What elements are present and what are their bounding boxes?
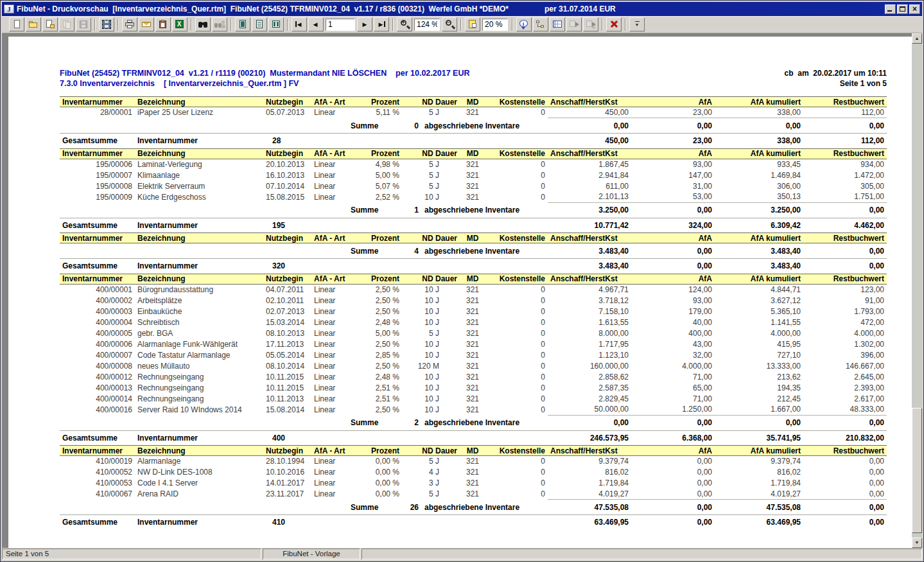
- column-header: MD: [460, 274, 485, 284]
- archive-button[interactable]: [99, 17, 114, 31]
- cell: Alarmanlage Funk-Wählgerät: [135, 338, 263, 349]
- info-icon: [519, 19, 530, 30]
- cell: 338,00: [715, 107, 803, 118]
- cell: 32,00: [631, 349, 715, 360]
- zoom-level-input[interactable]: [414, 19, 440, 31]
- cell: 10 J: [402, 284, 460, 295]
- scroll-up-button[interactable]: ▲: [912, 33, 922, 44]
- new-document-button[interactable]: [9, 17, 24, 31]
- next-page-button[interactable]: [357, 17, 372, 31]
- cell: 321: [460, 295, 485, 306]
- cell: 4.019,27: [715, 489, 803, 500]
- window-close-button[interactable]: ×: [909, 4, 920, 14]
- cell: Linear: [311, 191, 355, 202]
- cell: 400/00004: [60, 317, 135, 328]
- page-number-input[interactable]: [326, 19, 355, 31]
- open-button[interactable]: [26, 17, 41, 31]
- summe-amount: 0,00: [803, 202, 887, 216]
- inventory-row: 410/00053Code I 4.1 Server14.01.2017Line…: [60, 478, 887, 489]
- scroll-down-button[interactable]: ▼: [912, 538, 922, 548]
- toolbar-options-button[interactable]: [629, 17, 645, 31]
- summe-row: Summe0abgeschriebene Inventare0,000,000,…: [60, 118, 887, 132]
- cell: 2.617,00: [803, 393, 887, 404]
- report-grid-button[interactable]: [550, 17, 565, 31]
- cell: 306,00: [715, 180, 803, 191]
- new-doc-icon: [12, 19, 22, 30]
- column-header: Restbuchwert: [803, 233, 887, 243]
- zoom-out-button[interactable]: [442, 17, 457, 31]
- cell: 1.793,00: [803, 306, 887, 317]
- cell: 10 J: [402, 393, 460, 404]
- view-whole-page-button[interactable]: [235, 17, 250, 31]
- close-preview-button[interactable]: [606, 17, 622, 31]
- statusbar: Seite 1 von 5 FibuNet - Vorlage: [2, 548, 922, 560]
- cell: 1.250,00: [631, 404, 715, 415]
- vertical-scrollbar[interactable]: ▲ ▼: [912, 33, 922, 548]
- inventory-row: 195/00006Laminat-Verlegung20.10.2013Line…: [60, 159, 887, 170]
- cell: 0: [485, 107, 548, 118]
- column-header: Nutzbegin: [263, 233, 311, 243]
- cell: 2,52 %: [355, 191, 402, 202]
- cell: 10.11.2013: [263, 393, 311, 404]
- info-button[interactable]: [516, 17, 532, 31]
- column-header: Prozent: [355, 233, 402, 243]
- cell: 0,00 %: [355, 456, 402, 467]
- binoculars-user-icon: [214, 19, 225, 30]
- gesamtsumme-label: Gesamtsumme: [60, 430, 135, 445]
- cell: 4.844,71: [715, 284, 803, 295]
- cell: 212,45: [715, 393, 803, 404]
- cell: 195/00006: [60, 159, 135, 170]
- report-tree-button[interactable]: [533, 17, 548, 31]
- cell: 321: [460, 478, 485, 489]
- gesamtsumme-amount: 23,00: [631, 134, 715, 148]
- cell: Linear: [311, 360, 355, 371]
- print-button[interactable]: [122, 17, 137, 31]
- cell: 321: [460, 456, 485, 467]
- cell: 321: [460, 191, 485, 202]
- save-as-button[interactable]: [42, 17, 58, 31]
- search-button[interactable]: [195, 17, 211, 31]
- summe-count-text: 2abgeschriebene Inventare: [402, 415, 548, 428]
- excel-export-button[interactable]: [172, 17, 187, 31]
- cell: 0,00: [631, 467, 715, 478]
- cell: Linear: [311, 478, 355, 489]
- cell: Küche Erdgeschoss: [135, 191, 263, 202]
- summe-amount: 0,00: [548, 415, 631, 428]
- table-header-row: InventarnummerBezeichnungNutzbeginAfA - …: [60, 148, 887, 159]
- cell: 28.10.1994: [263, 456, 311, 467]
- cell: 160.000,00: [548, 360, 631, 371]
- toolbar-separator: [625, 19, 626, 31]
- titlebar: FibuNet - Druckvorschau [Inventarverzeic…: [2, 2, 922, 16]
- summe-count-text: 0abgeschriebene Inventare: [402, 118, 548, 132]
- cell: Linear: [311, 107, 355, 118]
- cell: 10 J: [402, 382, 460, 393]
- cell: 0: [485, 180, 548, 191]
- cell: 07.10.2014: [263, 180, 311, 191]
- view-two-pages-button[interactable]: [268, 17, 284, 31]
- column-header: Prozent: [355, 97, 402, 107]
- gesamtsumme-sublabel: Inventarnummer: [135, 218, 263, 233]
- view-page-width-button[interactable]: [252, 17, 267, 31]
- cell: 2,50 %: [355, 404, 402, 415]
- inventory-table: InventarnummerBezeichnungNutzbeginAfA - …: [60, 274, 887, 446]
- column-header: Kostenstelle: [485, 148, 548, 159]
- cell: 08.10.2014: [263, 360, 311, 371]
- gesamtsumme-amount: 0,00: [631, 259, 715, 274]
- thumbnails-button[interactable]: [465, 17, 480, 31]
- column-header: Bezeichnung: [135, 274, 263, 284]
- maximize-button[interactable]: [897, 4, 908, 14]
- first-page-button[interactable]: [292, 17, 307, 31]
- cell: 400/00001: [60, 284, 135, 295]
- nav-next-icon: [360, 19, 370, 30]
- prev-page-button[interactable]: [308, 17, 324, 31]
- cell: 1.719,84: [715, 478, 803, 489]
- last-page-button[interactable]: [374, 17, 389, 31]
- paste-report-button[interactable]: [155, 17, 171, 31]
- minimize-button[interactable]: [885, 4, 896, 14]
- column-header: ND Dauer: [402, 446, 460, 456]
- zoom-in-button[interactable]: [397, 17, 412, 31]
- email-button[interactable]: [139, 17, 154, 31]
- thumbnail-zoom-input[interactable]: [482, 19, 508, 31]
- cell: 1.613,55: [548, 317, 631, 328]
- scrollbar-thumb[interactable]: [912, 408, 922, 533]
